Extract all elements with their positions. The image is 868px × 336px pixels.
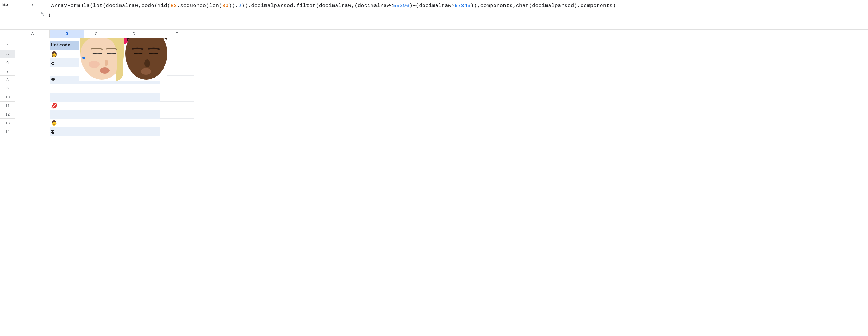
row-header-12[interactable]: 12 bbox=[0, 110, 16, 119]
cell-reference-box[interactable]: B5 ▼ bbox=[0, 0, 37, 9]
row-header-6[interactable]: 6 bbox=[0, 58, 16, 67]
row-header-14[interactable]: 14 bbox=[0, 128, 16, 136]
cell-A14[interactable] bbox=[16, 128, 50, 136]
dropdown-icon: ▼ bbox=[31, 3, 34, 6]
cell-D9[interactable] bbox=[108, 84, 160, 93]
row-headers: 4567891011121314 bbox=[0, 30, 16, 336]
cell-B14[interactable]: 🏾 bbox=[50, 128, 84, 136]
cell-rest bbox=[194, 50, 868, 58]
column-header-rest bbox=[194, 30, 868, 38]
cell-E14[interactable] bbox=[160, 128, 194, 136]
grid-row: 💋 bbox=[16, 102, 868, 110]
cell-D12[interactable] bbox=[108, 110, 160, 119]
cell-C12[interactable] bbox=[84, 110, 108, 119]
select-all-corner[interactable] bbox=[0, 30, 16, 38]
grid-row bbox=[16, 93, 868, 102]
cell-C13[interactable] bbox=[84, 119, 108, 128]
cell-rest bbox=[194, 67, 868, 76]
cell-A7[interactable] bbox=[16, 67, 50, 76]
formula-bar[interactable]: fx =ArrayFormula(let(decimalraw,code(mid… bbox=[37, 0, 868, 29]
fx-icon: fx bbox=[40, 11, 44, 28]
svg-point-1 bbox=[104, 60, 108, 66]
cell-rest bbox=[194, 128, 868, 136]
cell-rest bbox=[194, 93, 868, 102]
grid-row: 👨 bbox=[16, 119, 868, 128]
cell-D13[interactable] bbox=[108, 119, 160, 128]
cell-B11[interactable]: 💋 bbox=[50, 102, 84, 110]
cell-D10[interactable] bbox=[108, 93, 160, 102]
cell-A[interactable] bbox=[16, 38, 50, 41]
row-header-11[interactable]: 11 bbox=[0, 102, 16, 110]
cell-E11[interactable] bbox=[160, 102, 194, 110]
column-header-C[interactable]: C bbox=[84, 30, 108, 38]
column-header-A[interactable]: A bbox=[16, 30, 50, 38]
cell-C9[interactable] bbox=[84, 84, 108, 93]
cell-rest bbox=[194, 58, 868, 67]
cell-D11[interactable] bbox=[108, 102, 160, 110]
cell-B10[interactable] bbox=[50, 93, 84, 102]
emoji-image bbox=[79, 38, 167, 81]
cell-reference-text: B5 bbox=[2, 2, 8, 7]
cell-B9[interactable] bbox=[50, 84, 84, 93]
svg-point-2 bbox=[100, 67, 110, 74]
column-headers: ABCDE bbox=[16, 30, 868, 38]
cell-B12[interactable] bbox=[50, 110, 84, 119]
cell-rest bbox=[194, 76, 868, 84]
cell-A6[interactable] bbox=[16, 58, 50, 67]
cell-A10[interactable] bbox=[16, 93, 50, 102]
cell-E12[interactable] bbox=[160, 110, 194, 119]
row-header-trunc[interactable] bbox=[0, 38, 16, 41]
svg-point-5 bbox=[145, 59, 150, 67]
row-header-4[interactable]: 4 bbox=[0, 41, 16, 50]
formula-content[interactable]: =ArrayFormula(let(decimalraw,code(mid(B3… bbox=[48, 1, 866, 20]
cell-D14[interactable] bbox=[108, 128, 160, 136]
cell-C11[interactable] bbox=[84, 102, 108, 110]
cell-rest bbox=[194, 84, 868, 93]
cell-rest bbox=[194, 110, 868, 119]
cell-E10[interactable] bbox=[160, 93, 194, 102]
cell-A8[interactable] bbox=[16, 76, 50, 84]
cell-A12[interactable] bbox=[16, 110, 50, 119]
cell-A5[interactable] bbox=[16, 50, 50, 58]
cell-rest bbox=[194, 41, 868, 50]
cell-rest bbox=[194, 119, 868, 128]
cell-rest bbox=[194, 102, 868, 110]
cell-A4[interactable] bbox=[16, 41, 50, 50]
row-header-13[interactable]: 13 bbox=[0, 119, 16, 128]
row-header-10[interactable]: 10 bbox=[0, 93, 16, 102]
cell-rest bbox=[194, 38, 868, 41]
row-header-8[interactable]: 8 bbox=[0, 76, 16, 84]
cell-E9[interactable] bbox=[160, 84, 194, 93]
svg-point-6 bbox=[141, 68, 151, 75]
svg-point-3 bbox=[89, 61, 100, 68]
column-header-B[interactable]: B bbox=[50, 30, 84, 38]
cell-A13[interactable] bbox=[16, 119, 50, 128]
grid-row bbox=[16, 110, 868, 119]
cell-C14[interactable] bbox=[84, 128, 108, 136]
row-header-9[interactable]: 9 bbox=[0, 84, 16, 93]
cell-A9[interactable] bbox=[16, 84, 50, 93]
cell-E13[interactable] bbox=[160, 119, 194, 128]
grid-row bbox=[16, 84, 868, 93]
row-header-5[interactable]: 5 bbox=[0, 50, 16, 58]
column-header-D[interactable]: D bbox=[108, 30, 160, 38]
grid-row: 🏾 bbox=[16, 128, 868, 136]
cell-A11[interactable] bbox=[16, 102, 50, 110]
cell-C10[interactable] bbox=[84, 93, 108, 102]
cell-B13[interactable]: 👨 bbox=[50, 119, 84, 128]
grid-main: ABCDE bbox=[16, 30, 868, 336]
row-header-7[interactable]: 7 bbox=[0, 67, 16, 76]
column-header-E[interactable]: E bbox=[160, 30, 194, 38]
